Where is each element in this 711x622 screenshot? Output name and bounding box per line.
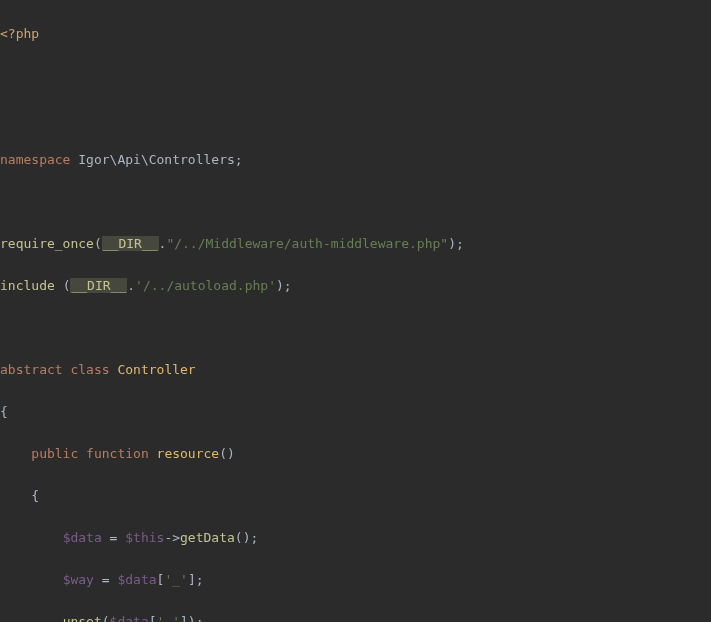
dir-const: __DIR__ bbox=[102, 236, 159, 251]
code-line: abstract class Controller bbox=[0, 359, 711, 380]
code-line bbox=[0, 65, 711, 86]
string-literal: '_' bbox=[164, 572, 187, 587]
keyword-function: function bbox=[86, 446, 149, 461]
code-line: include (__DIR__.'/../autoload.php'); bbox=[0, 275, 711, 296]
dir-const: __DIR__ bbox=[70, 278, 127, 293]
code-line: unset($data['_']); bbox=[0, 611, 711, 622]
code-line: $way = $data['_']; bbox=[0, 569, 711, 590]
var-way: $way bbox=[63, 572, 94, 587]
string-literal: "/../Middleware/auth-middleware.php" bbox=[166, 236, 448, 251]
code-line: { bbox=[0, 401, 711, 422]
code-line: require_once(__DIR__."/../Middleware/aut… bbox=[0, 233, 711, 254]
string-literal: '_' bbox=[157, 614, 180, 622]
var-data: $data bbox=[63, 530, 102, 545]
keyword-public: public bbox=[31, 446, 78, 461]
code-line: { bbox=[0, 485, 711, 506]
var-data: $data bbox=[110, 614, 149, 622]
php-open-tag: <?php bbox=[0, 26, 39, 41]
keyword-abstract: abstract bbox=[0, 362, 63, 377]
keyword-namespace: namespace bbox=[0, 152, 70, 167]
code-line: public function resource() bbox=[0, 443, 711, 464]
include-call: include bbox=[0, 278, 55, 293]
require-once-call: require_once bbox=[0, 236, 94, 251]
method-getdata: getData bbox=[180, 530, 235, 545]
method-name: resource bbox=[157, 446, 220, 461]
class-name: Controller bbox=[117, 362, 195, 377]
keyword-class: class bbox=[70, 362, 109, 377]
code-line: namespace Igor\Api\Controllers; bbox=[0, 149, 711, 170]
code-line bbox=[0, 191, 711, 212]
code-line: $data = $this->getData(); bbox=[0, 527, 711, 548]
unset-call: unset bbox=[63, 614, 102, 622]
code-line: <?php bbox=[0, 23, 711, 44]
var-data: $data bbox=[117, 572, 156, 587]
code-editor[interactable]: <?php namespace Igor\Api\Controllers; re… bbox=[0, 0, 711, 622]
namespace-path: Igor\Api\Controllers bbox=[78, 152, 235, 167]
code-line bbox=[0, 107, 711, 128]
string-literal: '/../autoload.php' bbox=[135, 278, 276, 293]
var-this: $this bbox=[125, 530, 164, 545]
code-line bbox=[0, 317, 711, 338]
